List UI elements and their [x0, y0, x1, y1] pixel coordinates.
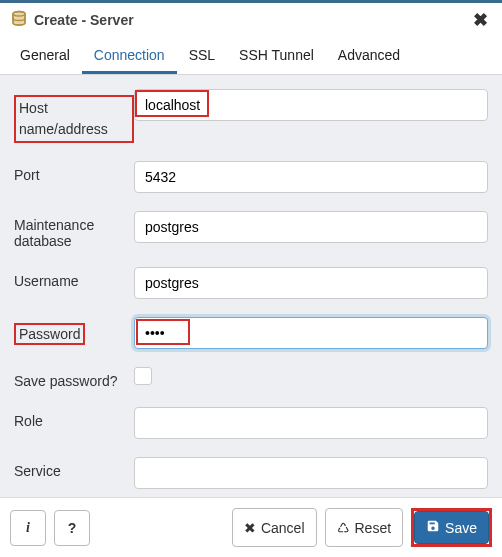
port-input[interactable]: [134, 161, 488, 193]
tab-general[interactable]: General: [8, 37, 82, 74]
save-icon: [426, 519, 440, 536]
label-service: Service: [14, 457, 134, 479]
tab-advanced[interactable]: Advanced: [326, 37, 412, 74]
database-icon: [10, 10, 28, 31]
tab-ssh-tunnel[interactable]: SSH Tunnel: [227, 37, 326, 74]
info-button[interactable]: i: [10, 510, 46, 546]
save-password-checkbox[interactable]: [134, 367, 152, 385]
password-input[interactable]: [134, 317, 488, 349]
label-port: Port: [14, 161, 134, 183]
recycle-icon: ♺: [337, 520, 350, 536]
label-save-password: Save password?: [14, 367, 134, 389]
save-button[interactable]: Save: [414, 511, 489, 544]
create-server-dialog: Create - Server ✖ General Connection SSL…: [0, 0, 502, 557]
close-icon[interactable]: ✖: [469, 9, 492, 31]
help-icon: ?: [68, 520, 77, 536]
close-icon: ✖: [244, 520, 256, 536]
reset-button[interactable]: ♺ Reset: [325, 508, 404, 547]
label-maintenance-db: Maintenance database: [14, 211, 134, 249]
label-host: Host name/address: [14, 89, 134, 143]
titlebar: Create - Server ✖: [0, 3, 502, 37]
tab-connection[interactable]: Connection: [82, 37, 177, 74]
tab-ssl[interactable]: SSL: [177, 37, 227, 74]
host-input[interactable]: [134, 89, 488, 121]
cancel-button[interactable]: ✖ Cancel: [232, 508, 317, 547]
form-area: Host name/address Port Maintenance datab…: [0, 75, 502, 497]
label-password: Password: [14, 317, 134, 345]
label-username: Username: [14, 267, 134, 289]
role-input[interactable]: [134, 407, 488, 439]
dialog-title: Create - Server: [34, 12, 134, 28]
service-input[interactable]: [134, 457, 488, 489]
username-input[interactable]: [134, 267, 488, 299]
footer: i ? ✖ Cancel ♺ Reset Save: [0, 497, 502, 557]
label-role: Role: [14, 407, 134, 429]
tabs: General Connection SSL SSH Tunnel Advanc…: [0, 37, 502, 75]
info-icon: i: [26, 520, 30, 536]
help-button[interactable]: ?: [54, 510, 90, 546]
maintenance-db-input[interactable]: [134, 211, 488, 243]
